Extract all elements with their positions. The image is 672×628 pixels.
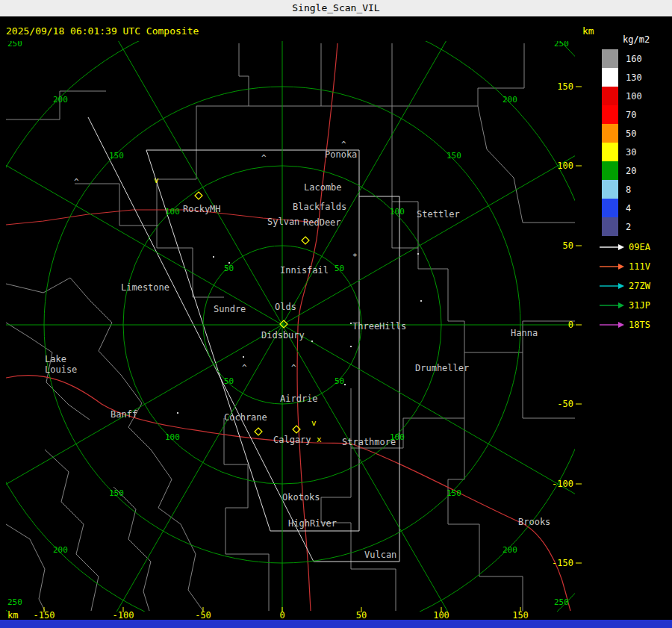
right-axis-label: -50	[557, 399, 573, 409]
diamond-marker	[302, 237, 309, 244]
legend-value: 8	[626, 184, 631, 195]
site-id-label: 09EA	[629, 242, 650, 252]
city-label: Brooks	[518, 517, 550, 527]
color-legend: kg/m2 16013010070503020842	[602, 34, 671, 236]
city-label: Lacombe	[304, 182, 342, 193]
site-id-label: 111V	[629, 261, 650, 272]
right-axis-label: -150	[552, 558, 573, 568]
right-axis-label: -100	[552, 479, 573, 489]
caret-marker: ^	[74, 177, 79, 187]
dot-marker	[228, 262, 230, 264]
legend-value: 100	[626, 91, 642, 102]
bottom-axis-unit-label: km	[7, 610, 18, 621]
asterisk-marker: *	[352, 252, 358, 261]
legend-value: 70	[626, 110, 636, 120]
18ts-arrow-icon	[599, 320, 624, 329]
caret-marker: ^	[341, 140, 346, 149]
dot-marker	[344, 384, 346, 385]
range-ring-label: 200	[503, 95, 517, 105]
city-label: Stettler	[417, 209, 460, 220]
legend-swatch	[602, 217, 618, 236]
caret-marker: ^	[261, 153, 267, 163]
bottom-status-bar	[0, 620, 672, 628]
site-id-label: 27ZW	[629, 281, 650, 291]
legend-value: 160	[626, 54, 642, 64]
111v-arrow-icon	[599, 262, 624, 271]
range-ring-label: 100	[165, 207, 180, 217]
range-ring-label: 50	[335, 376, 344, 386]
legend-level: 160	[602, 49, 671, 68]
city-label: Blackfalds	[293, 202, 346, 212]
city-label: Limestone	[121, 282, 169, 293]
boundary-line	[224, 418, 269, 611]
legend-level: 70	[602, 105, 671, 124]
city-label: Sylvan	[267, 217, 299, 227]
dot-marker	[177, 412, 178, 414]
caret-marker: ^	[291, 363, 296, 373]
city-label: Cochrane	[224, 412, 267, 423]
legend-level: 130	[602, 68, 671, 87]
city-label: Strathmore	[342, 437, 396, 447]
city-label: Ponoka	[325, 149, 357, 160]
cross-marker: x	[317, 435, 322, 444]
legend-swatch	[602, 49, 618, 68]
legend-level: 50	[602, 124, 671, 143]
dot-marker	[350, 323, 352, 324]
legend-swatch	[602, 105, 618, 124]
diamond-marker	[195, 192, 202, 199]
dot-marker	[243, 356, 244, 358]
city-label: RockyMH	[183, 204, 221, 214]
city-label: Banff	[111, 409, 137, 420]
vee-marker: v	[154, 175, 159, 185]
dot-marker	[311, 341, 313, 342]
range-ring-label: 200	[53, 95, 68, 105]
boundary-line	[448, 418, 523, 611]
range-ring-label: 250	[554, 597, 569, 607]
legend-level: 4	[602, 199, 671, 217]
site-row: 111V	[599, 257, 650, 276]
city-label: Vulcan	[364, 550, 396, 560]
boundary-line	[45, 450, 99, 611]
legend-level: 8	[602, 180, 671, 199]
right-axis-label: 100	[557, 161, 573, 171]
boundary-line	[157, 106, 224, 297]
city-label: Drumheller	[415, 363, 469, 373]
radial-grid-lines	[0, 0, 672, 628]
site-row: 09EA	[599, 237, 650, 257]
right-axis-label: 150	[557, 81, 573, 92]
range-ring-label: 100	[165, 432, 180, 442]
legend-swatch	[602, 124, 618, 143]
site-list: 09EA111V27ZW31JP18TS	[599, 237, 650, 335]
site-row: 27ZW	[599, 276, 650, 296]
31jp-arrow-icon	[599, 301, 624, 310]
range-ring-label: 250	[7, 597, 22, 607]
vee-marker: v	[311, 418, 317, 428]
legend-unit-label: kg/m2	[623, 34, 671, 45]
legend-swatch	[602, 143, 618, 161]
legend-swatch	[602, 180, 618, 199]
axes: 150100500-50-100-150-150-100-50050100150…	[7, 81, 582, 621]
legend-value: 50	[626, 128, 636, 139]
range-ring-label: 250	[554, 39, 569, 49]
legend-level: 2	[602, 217, 671, 236]
city-label: RedDeer	[303, 217, 341, 228]
range-ring	[0, 0, 672, 628]
legend-level: 100	[602, 87, 671, 105]
city-label: Lake	[45, 354, 66, 364]
radar-map-canvas[interactable]: 5010015020025050100150200250501001502002…	[0, 0, 672, 628]
range-ring-label: 50	[335, 264, 344, 273]
legend-swatch	[602, 87, 618, 105]
boundary-line	[239, 43, 249, 106]
city-label: Innisfail	[280, 265, 329, 276]
boundary-line	[113, 487, 151, 611]
range-ring-label: 150	[109, 151, 124, 161]
city-label: Olds	[275, 302, 296, 312]
city-label: HighRiver	[288, 518, 337, 529]
legend-levels: 16013010070503020842	[602, 49, 671, 236]
right-axis-label: 50	[563, 240, 573, 251]
27zw-arrow-icon	[599, 282, 624, 290]
range-ring-label: 200	[503, 545, 517, 555]
city-label: Calgary	[273, 435, 311, 445]
scan-area-outline	[88, 117, 399, 562]
range-ring-label: 250	[7, 39, 22, 49]
